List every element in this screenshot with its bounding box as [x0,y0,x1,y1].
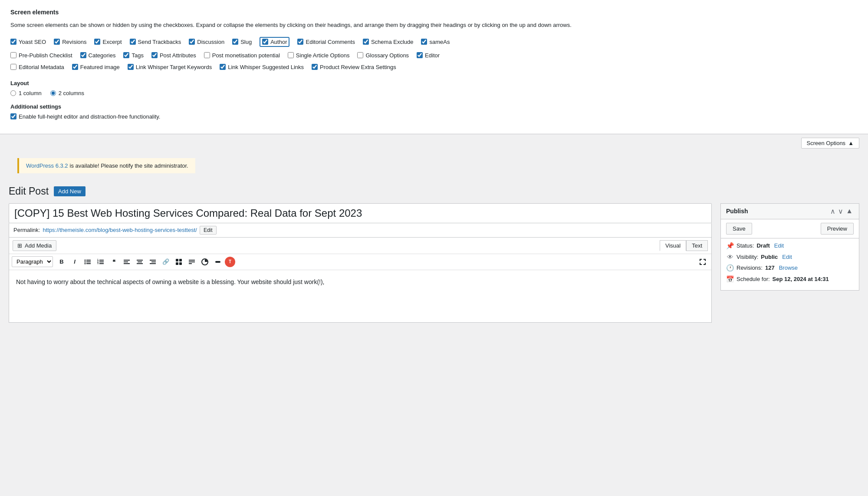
align-center-button[interactable] [134,256,146,268]
additional-settings-section: Additional settings Enable full-height e… [10,103,858,120]
checkbox-send-trackbacks-input[interactable] [130,39,136,45]
align-right-button[interactable] [147,256,159,268]
add-media-button[interactable]: ⊞ Add Media [13,240,56,251]
table-button[interactable] [173,256,185,268]
expand-editor-button[interactable] [697,256,709,268]
unordered-list-button[interactable] [82,256,94,268]
checkbox-single-article[interactable]: Single Article Options [288,52,350,59]
checkbox-post-monetisation[interactable]: Post monetisation potential [204,52,280,59]
italic-button[interactable]: I [69,256,81,268]
checkbox-prepublish[interactable]: Pre-Publish Checklist [10,52,72,59]
checkbox-editor-input[interactable] [417,52,423,58]
preview-button[interactable]: Preview [821,223,854,235]
checkbox-link-whisper-suggested-input[interactable] [220,64,226,70]
ordered-list-button[interactable]: 1.2.3. [95,256,107,268]
custom-button[interactable] [212,256,224,268]
checkbox-yoast-seo-input[interactable] [10,39,16,45]
checkbox-tags[interactable]: Tags [123,52,143,59]
checkbox-revisions-input[interactable] [54,39,60,45]
layout-1col-label: 1 column [19,90,42,96]
checkbox-send-trackbacks[interactable]: Send Trackbacks [130,39,181,45]
bold-button[interactable]: B [56,256,68,268]
checkbox-single-article-input[interactable] [288,52,294,58]
link-button[interactable]: 🔗 [160,256,172,268]
checkbox-editorial-metadata-input[interactable] [10,64,16,70]
paragraph-select[interactable]: Paragraph [12,256,53,267]
checkbox-product-review-input[interactable] [312,64,318,70]
more-button[interactable] [186,256,198,268]
collapse-close-button[interactable]: ▲ [845,207,854,215]
checkbox-categories-label: Categories [89,52,116,59]
checkbox-prepublish-input[interactable] [10,52,16,58]
checkbox-author-input[interactable] [262,39,268,45]
checkbox-product-review[interactable]: Product Review Extra Settings [312,64,396,70]
revisions-label: Revisions: [736,265,763,271]
checkbox-post-attributes[interactable]: Post Attributes [151,52,196,59]
layout-1col[interactable]: 1 column [10,90,42,96]
checkbox-author[interactable]: Author [260,37,289,47]
checkbox-link-whisper-target-input[interactable] [128,64,134,70]
save-button[interactable]: Save [726,223,752,235]
checkbox-post-attributes-input[interactable] [151,52,158,58]
status-edit-link[interactable]: Edit [774,242,784,249]
checkbox-editorial-comments[interactable]: Editorial Comments [297,39,355,45]
checkbox-link-whisper-target[interactable]: Link Whisper Target Keywords [128,64,212,70]
permalink-url[interactable]: https://themeisle.com/blog/best-web-host… [43,227,197,233]
checkbox-schema-exclude-input[interactable] [363,39,369,45]
collapse-up-button[interactable]: ∧ [829,207,836,215]
tab-visual[interactable]: Visual [660,240,686,251]
checkbox-tags-input[interactable] [123,52,129,58]
permalink-edit-button[interactable]: Edit [200,226,217,235]
checkbox-sameas[interactable]: sameAs [421,39,450,45]
checkbox-post-monetisation-input[interactable] [204,52,210,58]
checkbox-glossary[interactable]: Glossary Options [357,52,409,59]
checkbox-discussion[interactable]: Discussion [189,39,224,45]
checkbox-discussion-input[interactable] [189,39,195,45]
visibility-edit-link[interactable]: Edit [782,254,792,260]
layout-1col-radio[interactable] [10,90,16,96]
checkbox-featured-image-input[interactable] [72,64,78,70]
wordpress-update-link[interactable]: WordPress 6.3.2 [26,162,68,169]
svg-rect-23 [176,262,178,265]
checkbox-schema-exclude[interactable]: Schema Exclude [363,39,414,45]
add-new-button[interactable]: Add New [54,186,85,196]
themeisle-button[interactable]: T [225,257,235,267]
add-media-icon: ⊞ [17,242,22,249]
editor-content[interactable]: Not having to worry about the technical … [9,270,711,322]
checkbox-yoast-seo[interactable]: Yoast SEO [10,39,46,45]
checkbox-editorial-comments-input[interactable] [297,39,303,45]
post-title-input[interactable] [9,203,712,223]
revisions-browse-link[interactable]: Browse [779,265,798,271]
editor-toolbar-area: ⊞ Add Media Visual Text Paragraph B I [9,237,712,323]
notice-wrapper: WordPress 6.3.2 is available! Please not… [0,152,868,179]
layout-2col[interactable]: 2 columns [50,90,84,96]
checkbox-categories-input[interactable] [80,52,86,58]
align-left-button[interactable] [121,256,133,268]
checkbox-excerpt[interactable]: Excerpt [94,39,122,45]
checkbox-fullheight[interactable]: Enable full-height editor and distractio… [10,113,850,120]
media-toolbar: ⊞ Add Media Visual Text [9,238,711,254]
checkbox-sameas-input[interactable] [421,39,427,45]
checkbox-glossary-input[interactable] [357,52,363,58]
checkbox-revisions[interactable]: Revisions [54,39,86,45]
schedule-row: 📅 Schedule for: Sep 12, 2024 at 14:31 [726,275,854,283]
tab-text[interactable]: Text [686,240,708,251]
checkbox-slug[interactable]: Slug [232,39,252,45]
add-media-label: Add Media [25,242,52,249]
screen-options-button[interactable]: Screen Options ▲ [801,138,859,149]
checkbox-excerpt-input[interactable] [94,39,100,45]
checkbox-fullheight-input[interactable] [10,113,16,119]
checkbox-editorial-metadata-label: Editorial Metadata [19,64,64,70]
layout-2col-radio[interactable] [50,90,56,96]
checkbox-editor[interactable]: Editor [417,52,440,59]
checkbox-editorial-comments-label: Editorial Comments [306,39,355,45]
checkbox-editorial-metadata[interactable]: Editorial Metadata [10,64,64,70]
chart-button[interactable] [199,256,211,268]
checkbox-link-whisper-suggested[interactable]: Link Whisper Suggested Links [220,64,304,70]
checkbox-categories[interactable]: Categories [80,52,116,59]
checkbox-slug-input[interactable] [232,39,238,45]
checkbox-featured-image[interactable]: Featured image [72,64,120,70]
visibility-value: Public [761,254,778,260]
collapse-down-button[interactable]: ∨ [837,207,844,215]
blockquote-button[interactable]: ❝ [108,256,120,268]
